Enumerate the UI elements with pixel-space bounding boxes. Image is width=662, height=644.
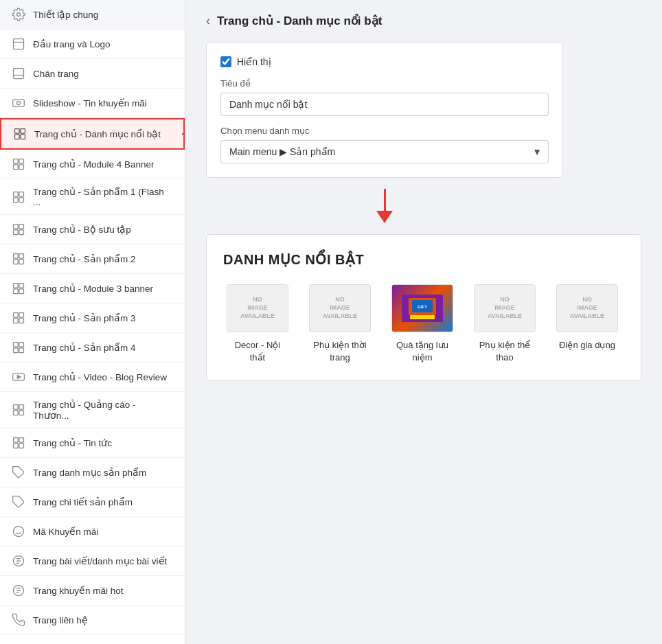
sidebar-item-label: Thiết lập chung [33, 9, 98, 20]
svg-rect-26 [19, 260, 24, 264]
svg-rect-35 [14, 343, 19, 347]
svg-rect-36 [19, 343, 24, 347]
sidebar-item-video[interactable]: Trang chủ - Video - Blog Review [0, 363, 185, 392]
ads-icon [11, 402, 26, 417]
tag-icon [11, 465, 26, 480]
svg-rect-27 [14, 284, 19, 288]
no-image-label: NO IMAGE AVAILABLE [240, 296, 275, 320]
svg-rect-71 [410, 315, 435, 319]
sidebar-item-khuyen-mai-hot[interactable]: Trang khuyến mãi hot [0, 576, 185, 606]
svg-rect-16 [19, 192, 24, 196]
no-image-label3: NO IMAGE AVAILABLE [488, 296, 522, 320]
svg-rect-20 [19, 225, 24, 229]
product-image-placeholder: GIFT [392, 285, 453, 332]
svg-rect-9 [15, 135, 20, 139]
sidebar-item-module3[interactable]: Trang chủ - Module 3 banner [0, 274, 185, 303]
menu-select-wrapper: Main menu ▶ Sản phẩm ▼ [220, 140, 549, 163]
arrow-head [376, 211, 393, 223]
svg-rect-13 [14, 165, 19, 170]
title-input[interactable] [220, 93, 549, 116]
svg-rect-33 [14, 319, 19, 323]
sidebar-item-label: Trang chủ - Quảng cáo - Thươn... [33, 399, 174, 421]
svg-rect-34 [19, 319, 24, 323]
category-image-dien-gia-dung: NO IMAGE AVAILABLE [556, 284, 618, 332]
show-toggle-row: Hiển thị [220, 56, 549, 67]
sidebar-item-label: Đầu trang và Logo [33, 38, 111, 49]
sidebar-item-label: Slideshow - Tin khuyến mãi [33, 97, 147, 108]
collection-icon [11, 222, 26, 237]
sidebar-item-sp4[interactable]: Trang chủ - Sản phẩm 4 [0, 333, 185, 363]
svg-point-51 [14, 527, 24, 537]
product3-icon [11, 310, 26, 325]
gear-icon [11, 7, 26, 22]
sidebar-item-label: Trang chủ - Tin tức [33, 437, 112, 448]
sidebar-item-label: Trang liên hệ [33, 614, 88, 625]
sidebar-item-label: Trang khuyến mãi hot [33, 585, 124, 596]
sidebar-item-sp3[interactable]: Trang chủ - Sản phẩm 3 [0, 303, 185, 333]
svg-rect-14 [19, 165, 24, 170]
sidebar-item-label: Trang danh mục sản phẩm [33, 467, 146, 478]
category-item-qua-tang: GIFT Quà tặng lưuniệm [388, 284, 457, 364]
page-title: Trang chủ - Danh mục nổi bật [217, 14, 382, 28]
svg-rect-41 [14, 405, 19, 410]
category-name-dien-gia-dung: Điện gia dụng [559, 339, 615, 352]
show-label[interactable]: Hiển thị [237, 56, 271, 67]
sidebar-item-label: Trang chi tiết sản phẩm [33, 496, 133, 507]
down-arrow-visual [376, 189, 393, 223]
sidebar-item-label: Trang chủ - Sản phẩm 1 (Flash ... [33, 186, 174, 207]
category-image-decor: NO IMAGE AVAILABLE [227, 284, 288, 332]
menu-select[interactable]: Main menu ▶ Sản phẩm [220, 140, 549, 163]
svg-rect-47 [14, 444, 19, 448]
product2-icon [11, 251, 26, 266]
back-button[interactable]: ‹ [206, 14, 210, 28]
svg-rect-32 [19, 313, 24, 318]
svg-rect-29 [14, 289, 19, 294]
svg-rect-43 [14, 411, 19, 415]
slideshow-icon [11, 95, 26, 111]
sidebar-item-tin-tuc[interactable]: Trang chủ - Tin tức [0, 428, 185, 458]
svg-rect-24 [19, 254, 24, 259]
sidebar-item-chi-tiet-sp[interactable]: Trang chi tiết sản phẩm [0, 487, 185, 517]
news-icon [11, 435, 26, 450]
svg-rect-8 [21, 129, 25, 134]
svg-rect-3 [14, 69, 24, 79]
sidebar-item-bo-suu-tap[interactable]: Trang chủ - Bộ sưu tập [0, 215, 185, 244]
category-name-qua-tang: Quà tặng lưuniệm [396, 339, 448, 364]
sidebar-item-bai-viet[interactable]: Trang bài viết/danh mục bài viết [0, 547, 185, 576]
svg-rect-48 [19, 444, 24, 448]
sidebar-item-label: Trang chủ - Sản phẩm 3 [33, 312, 136, 323]
category-item-phu-kien-the-thao: NO IMAGE AVAILABLE Phụ kiện thểthao [470, 284, 539, 364]
sidebar-item-dau-trang-logo[interactable]: Đầu trang và Logo [0, 30, 185, 59]
svg-rect-37 [14, 348, 19, 353]
sidebar-item-label: Trang chủ - Module 3 banner [33, 283, 153, 294]
sidebar-item-label: Trang chủ - Module 4 Banner [33, 159, 155, 170]
sidebar-item-quang-cao[interactable]: Trang chủ - Quảng cáo - Thươn... [0, 392, 185, 428]
sidebar-item-he-thong[interactable]: Hệ thống trung tâm [0, 635, 185, 644]
footer-icon [11, 66, 26, 81]
category-image-phu-kien-thoi-trang: NO IMAGE AVAILABLE [309, 284, 371, 332]
svg-rect-7 [15, 129, 20, 134]
sidebar-item-danh-muc-sp[interactable]: Trang danh mục sản phẩm [0, 458, 185, 487]
sidebar-item-slideshow[interactable]: Slideshow - Tin khuyến mãi [0, 89, 185, 118]
sidebar-item-trang-chu-danh-muc[interactable]: Trang chủ - Danh mục nổi bật [0, 118, 185, 150]
svg-rect-15 [14, 192, 19, 196]
hot-icon [11, 583, 26, 598]
svg-rect-23 [14, 254, 19, 259]
category-name-phu-kien-thoi-trang: Phụ kiện thờitrang [313, 339, 366, 364]
sidebar-item-sp2[interactable]: Trang chủ - Sản phẩm 2 [0, 244, 185, 274]
arrow-shaft [384, 189, 386, 211]
svg-rect-11 [14, 159, 19, 164]
sidebar-item-label: Trang chủ - Danh mục nổi bật [34, 128, 161, 139]
sidebar-item-chan-trang[interactable]: Chân trang [0, 59, 185, 89]
svg-rect-21 [14, 230, 19, 235]
sidebar-item-sp1[interactable]: Trang chủ - Sản phẩm 1 (Flash ... [0, 179, 185, 215]
show-checkbox[interactable] [220, 56, 231, 67]
sidebar-item-module4[interactable]: Trang chủ - Module 4 Banner [0, 150, 185, 179]
svg-rect-38 [19, 348, 24, 353]
sidebar-item-label: Trang chủ - Video - Blog Review [33, 371, 167, 382]
category-item-phu-kien-thoi-trang: NO IMAGE AVAILABLE Phụ kiện thờitrang [306, 284, 374, 364]
sidebar-item-ma-khuyen-mai[interactable]: Mã Khuyến mãi [0, 517, 185, 547]
sidebar-item-lien-he[interactable]: Trang liên hệ [0, 606, 185, 635]
sidebar-item-thiet-lap-chung[interactable]: Thiết lập chung [0, 0, 185, 30]
svg-rect-42 [19, 405, 24, 410]
